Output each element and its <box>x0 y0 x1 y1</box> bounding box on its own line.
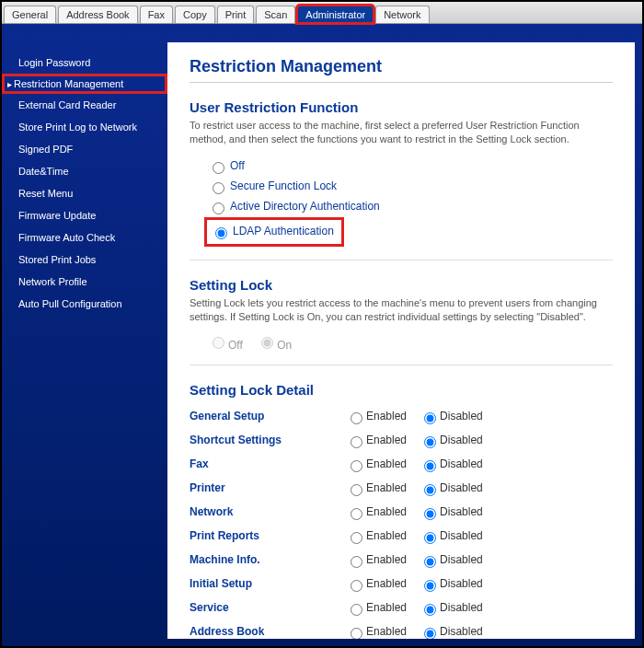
detail-radio[interactable] <box>424 436 436 448</box>
detail-option-enabled[interactable]: Enabled <box>346 529 407 542</box>
detail-option-enabled[interactable]: Enabled <box>346 553 407 566</box>
urf-radio[interactable] <box>213 162 224 174</box>
tab-administrator[interactable]: Administrator <box>297 6 374 23</box>
urf-option-secure-function-lock[interactable]: Secure Function Lock <box>190 177 613 197</box>
tab-copy[interactable]: Copy <box>175 6 215 23</box>
divider <box>190 364 613 365</box>
body-area: Login PasswordRestriction ManagementExte… <box>2 24 642 646</box>
detail-row-general-setup: General SetupEnabledDisabled <box>190 405 613 429</box>
detail-radio[interactable] <box>351 436 362 448</box>
detail-option-disabled[interactable]: Disabled <box>420 577 483 590</box>
detail-radio[interactable] <box>424 628 436 639</box>
detail-options: EnabledDisabled <box>346 457 496 472</box>
sidebar-item-external-card-reader[interactable]: External Card Reader <box>2 94 167 116</box>
detail-option-disabled[interactable]: Disabled <box>420 601 483 614</box>
detail-label: Printer <box>190 481 346 496</box>
sidebar-item-reset-menu[interactable]: Reset Menu <box>2 182 167 204</box>
lock-off-radio[interactable] <box>213 337 224 349</box>
detail-radio[interactable] <box>424 412 436 424</box>
sidebar-item-date-time[interactable]: Date&Time <box>2 160 167 182</box>
detail-radio[interactable] <box>351 460 362 472</box>
detail-radio[interactable] <box>351 532 362 544</box>
detail-row-print-reports: Print ReportsEnabledDisabled <box>190 525 613 549</box>
detail-label: Fax <box>190 457 346 472</box>
tab-general[interactable]: General <box>4 6 56 23</box>
lock-off-option[interactable]: Off <box>208 339 243 352</box>
detail-option-enabled[interactable]: Enabled <box>346 457 407 470</box>
detail-radio[interactable] <box>351 412 362 424</box>
detail-radio[interactable] <box>424 556 436 568</box>
detail-option-enabled[interactable]: Enabled <box>346 625 407 638</box>
sidebar-item-login-password[interactable]: Login Password <box>2 52 167 74</box>
urf-radio[interactable] <box>213 182 224 194</box>
sidebar-item-auto-pull-configuration[interactable]: Auto Pull Configuration <box>2 293 167 315</box>
tab-print[interactable]: Print <box>217 6 255 23</box>
lock-options: Off On <box>190 334 613 352</box>
detail-option-disabled[interactable]: Disabled <box>420 529 483 542</box>
tab-scan[interactable]: Scan <box>256 6 295 23</box>
urf-options: OffSecure Function LockActive Directory … <box>190 156 613 247</box>
detail-radio[interactable] <box>351 484 362 496</box>
detail-radio[interactable] <box>351 556 362 568</box>
sidebar-item-restriction-management[interactable]: Restriction Management <box>2 74 167 94</box>
detail-option-disabled[interactable]: Disabled <box>420 505 483 518</box>
detail-options: EnabledDisabled <box>346 577 496 592</box>
detail-label: General Setup <box>190 410 346 424</box>
detail-label: Shortcut Settings <box>190 434 346 448</box>
tab-address-book[interactable]: Address Book <box>58 6 137 23</box>
sidebar-item-network-profile[interactable]: Network Profile <box>2 271 167 293</box>
tab-fax[interactable]: Fax <box>140 6 173 23</box>
urf-radio[interactable] <box>215 227 227 239</box>
detail-option-enabled[interactable]: Enabled <box>346 577 407 590</box>
sidebar-item-stored-print-jobs[interactable]: Stored Print Jobs <box>2 249 167 271</box>
sidebar-item-firmware-update[interactable]: Firmware Update <box>2 204 167 226</box>
detail-radio[interactable] <box>424 580 436 592</box>
detail-options: EnabledDisabled <box>346 481 496 496</box>
detail-radio[interactable] <box>424 460 436 472</box>
detail-radio[interactable] <box>424 484 436 496</box>
divider <box>190 260 613 260</box>
detail-option-enabled[interactable]: Enabled <box>346 601 407 614</box>
detail-radio[interactable] <box>424 508 436 520</box>
detail-option-disabled[interactable]: Disabled <box>420 481 483 494</box>
detail-row-printer: PrinterEnabledDisabled <box>190 477 613 501</box>
detail-option-disabled[interactable]: Disabled <box>420 553 483 566</box>
urf-option-ldap-authentication[interactable]: LDAP Authentication <box>207 222 338 242</box>
detail-options: EnabledDisabled <box>346 529 496 544</box>
detail-option-enabled[interactable]: Enabled <box>346 434 407 446</box>
urf-desc: To restrict user access to the machine, … <box>190 119 613 147</box>
urf-radio[interactable] <box>213 202 224 214</box>
sidebar-item-store-print-log-to-network[interactable]: Store Print Log to Network <box>2 116 167 138</box>
sidebar-item-firmware-auto-check[interactable]: Firmware Auto Check <box>2 226 167 249</box>
urf-option-off[interactable]: Off <box>190 156 613 177</box>
detail-row-shortcut-settings: Shortcut SettingsEnabledDisabled <box>190 429 613 453</box>
detail-option-disabled[interactable]: Disabled <box>420 625 483 638</box>
detail-row-network: NetworkEnabledDisabled <box>190 501 613 525</box>
detail-radio[interactable] <box>351 628 362 639</box>
detail-radio[interactable] <box>424 532 436 544</box>
sidebar-item-signed-pdf[interactable]: Signed PDF <box>2 138 167 160</box>
detail-option-disabled[interactable]: Disabled <box>420 434 483 446</box>
urf-option-active-directory-authentication[interactable]: Active Directory Authentication <box>190 197 613 217</box>
detail-option-enabled[interactable]: Enabled <box>346 505 407 518</box>
detail-option-disabled[interactable]: Disabled <box>420 410 483 422</box>
detail-options: EnabledDisabled <box>346 505 496 520</box>
detail-row-machine-info-: Machine Info.EnabledDisabled <box>190 549 613 573</box>
detail-label: Print Reports <box>190 529 346 544</box>
detail-radio[interactable] <box>424 604 436 616</box>
detail-radio[interactable] <box>351 580 362 592</box>
detail-option-enabled[interactable]: Enabled <box>346 410 407 422</box>
detail-radio[interactable] <box>351 604 362 616</box>
urf-selected-highlight: LDAP Authentication <box>204 217 344 247</box>
detail-options: EnabledDisabled <box>346 553 496 568</box>
lock-on-option[interactable]: On <box>257 339 292 352</box>
detail-row-service: ServiceEnabledDisabled <box>190 596 613 620</box>
lock-on-radio[interactable] <box>261 337 273 349</box>
tab-network[interactable]: Network <box>375 6 429 23</box>
detail-option-disabled[interactable]: Disabled <box>420 457 483 470</box>
detail-radio[interactable] <box>351 508 362 520</box>
detail-option-enabled[interactable]: Enabled <box>346 481 407 494</box>
detail-options: EnabledDisabled <box>346 601 496 616</box>
detail-heading: Setting Lock Detail <box>190 382 613 398</box>
content-panel: Restriction Management User Restriction … <box>167 42 635 639</box>
